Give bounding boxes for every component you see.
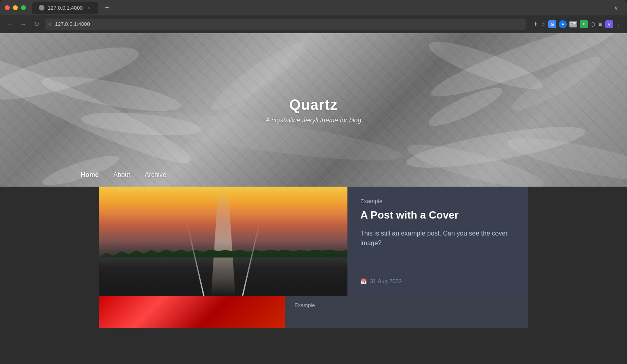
url-text: 127.0.0.1:4000 [55, 21, 90, 27]
post-grid: Example A Post with a Cover This is stil… [0, 187, 627, 328]
close-button[interactable] [5, 5, 10, 10]
site-title: Quartz [289, 97, 338, 114]
site-navigation: Home About Archive [0, 171, 627, 187]
tab-close-icon[interactable]: × [86, 5, 92, 11]
hero-section: Quartz A crystalline Jekyll theme for bl… [0, 33, 627, 187]
post-title[interactable]: A Post with a Cover [360, 208, 515, 222]
hero-content: Quartz A crystalline Jekyll theme for bl… [0, 33, 627, 171]
address-bar: ← → ↻ ⊙ 127.0.0.1:4000 ⬆ ☆ G ● ✦ ⬡ ▣ V ⋮ [0, 15, 627, 33]
horizon-trees [99, 250, 347, 258]
post-info-card: Example A Post with a Cover This is stil… [347, 187, 528, 296]
track-right [242, 221, 261, 296]
profile-button[interactable]: V [605, 20, 613, 28]
browser-actions: ⬆ ☆ G ● ✦ ⬡ ▣ V ⋮ [533, 20, 622, 28]
refresh-button[interactable]: ↻ [32, 19, 41, 29]
tab-favicon [39, 5, 44, 11]
window-menu-icon[interactable]: ∨ [614, 4, 622, 11]
blue-ext-button[interactable]: ● [559, 20, 567, 28]
menu-button[interactable]: ⋮ [616, 20, 622, 28]
featured-post-card: Example A Post with a Cover This is stil… [99, 187, 528, 296]
back-button[interactable]: ← [5, 19, 15, 29]
tab-title: 127.0.0.1:4000 [48, 5, 83, 11]
add-tab-button[interactable]: + [101, 2, 113, 13]
second-post-card: Example [99, 296, 528, 328]
img-ext-button[interactable] [569, 21, 577, 27]
track-left [186, 221, 205, 296]
forward-button[interactable]: → [19, 19, 28, 29]
traffic-lights [5, 5, 26, 10]
calendar-icon: 📅 [360, 278, 367, 284]
active-tab[interactable]: 127.0.0.1:4000 × [32, 2, 98, 14]
bookmark-button[interactable]: ☆ [541, 21, 546, 27]
nav-about[interactable]: About [113, 171, 130, 179]
main-content: Example A Post with a Cover This is stil… [0, 187, 627, 364]
nav-home[interactable]: Home [81, 171, 99, 179]
second-post-cover [99, 296, 285, 328]
post-date-text: 31 Aug 2022 [370, 278, 402, 284]
split-view-button[interactable]: ▣ [598, 21, 603, 27]
post-cover-image [99, 187, 347, 296]
tab-bar: 127.0.0.1:4000 × + [32, 2, 614, 14]
site-subtitle: A crystalline Jekyll theme for blog [266, 117, 362, 124]
title-bar: 127.0.0.1:4000 × + ∨ [0, 0, 627, 15]
nav-archive[interactable]: Archive [145, 171, 166, 179]
post-date: 📅 31 Aug 2022 [360, 278, 515, 284]
second-post-category: Example [295, 302, 518, 308]
railway-image [99, 187, 347, 296]
url-lock-icon: ⊙ [49, 21, 53, 27]
green-ext-button[interactable]: ✦ [580, 20, 588, 28]
extensions-button[interactable]: ⬡ [590, 21, 595, 27]
url-bar[interactable]: ⊙ 127.0.0.1:4000 [45, 19, 526, 30]
browser-window: 127.0.0.1:4000 × + ∨ ← → ↻ ⊙ 127.0.0.1:4… [0, 0, 627, 364]
share-button[interactable]: ⬆ [533, 21, 538, 27]
minimize-button[interactable] [13, 5, 18, 10]
google-ext-button[interactable]: G [548, 20, 556, 28]
red-cover-image [99, 296, 285, 328]
second-post-info: Example [285, 296, 528, 328]
post-category: Example [360, 198, 515, 204]
webpage: Quartz A crystalline Jekyll theme for bl… [0, 33, 627, 364]
maximize-button[interactable] [21, 5, 26, 10]
post-excerpt: This is still an example post. Can you s… [360, 229, 515, 270]
